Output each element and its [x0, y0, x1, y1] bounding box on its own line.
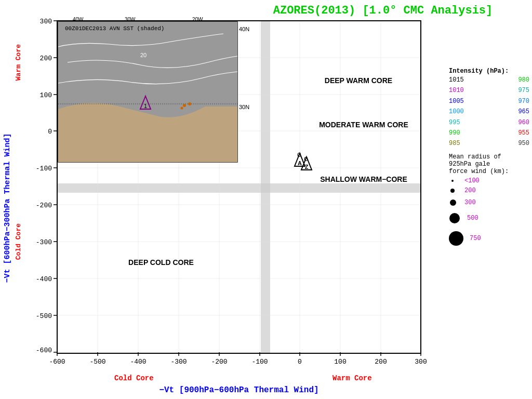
- chart-svg: -600 -500 -400 -300 -200 -100 0 100 200 …: [26, 16, 452, 384]
- svg-text:-300: -300: [170, 358, 187, 366]
- svg-text:200: 200: [375, 358, 387, 366]
- svg-text:20: 20: [140, 52, 147, 58]
- svg-text:o: o: [304, 154, 308, 163]
- dot-row-5: 750: [449, 229, 529, 248]
- x-warm-core-label: Warm Core: [332, 374, 372, 382]
- y-axis-label: −Vt [600hPa−300hPa Thermal Wind]: [1, 42, 14, 374]
- svg-text:300: 300: [40, 18, 52, 25]
- svg-text:-100: -100: [251, 358, 268, 366]
- svg-text:00Z01DEC2013 AVN SST (shaded): 00Z01DEC2013 AVN SST (shaded): [65, 25, 164, 32]
- svg-text:40W: 40W: [73, 17, 84, 22]
- legend-area: Intensity (hPa): 1015980 1010975 1005970…: [449, 68, 529, 251]
- svg-text:-600: -600: [49, 358, 65, 366]
- svg-text:-300: -300: [36, 238, 52, 246]
- dot-row-1: <100: [449, 177, 529, 184]
- svg-text:20W: 20W: [192, 17, 203, 22]
- svg-text:-400: -400: [36, 275, 52, 283]
- svg-point-87: [450, 200, 456, 206]
- svg-text:200: 200: [40, 55, 52, 62]
- svg-point-85: [451, 180, 454, 182]
- svg-point-89: [449, 231, 463, 246]
- x-axis-label: −Vt [900hPa−600hPa Thermal Wind]: [26, 385, 452, 395]
- svg-text:1: 1: [144, 103, 147, 109]
- svg-text:Z: Z: [305, 164, 309, 170]
- main-container: AZORES(2013) [1.0° CMC Analysis] Start (…: [0, 0, 532, 399]
- intensity-title: Intensity (hPa):: [449, 68, 529, 75]
- svg-text:A: A: [298, 160, 302, 166]
- svg-text:100: 100: [40, 91, 52, 99]
- svg-text:40N: 40N: [239, 26, 249, 32]
- legend-row-7: 985950: [449, 138, 529, 149]
- svg-text:-600: -600: [36, 347, 52, 354]
- svg-point-77: [188, 102, 191, 105]
- svg-text:30N: 30N: [239, 104, 249, 110]
- svg-text:30W: 30W: [125, 17, 136, 22]
- x-cold-core-label: Cold Core: [114, 374, 154, 382]
- warm-core-y-label: Warm Core: [15, 44, 22, 81]
- legend-row-3: 1005970: [449, 96, 529, 107]
- svg-text:100: 100: [334, 358, 346, 366]
- svg-text:0: 0: [48, 128, 52, 136]
- legend-row-4: 1000965: [449, 107, 529, 117]
- legend-row-1: 1015980: [449, 75, 529, 85]
- svg-text:MODERATE WARM CORE: MODERATE WARM CORE: [319, 121, 408, 129]
- svg-text:-400: -400: [130, 358, 146, 366]
- dot-legend-title1: Mean radius of: [449, 153, 529, 161]
- dot-legend-title3: force wind (km):: [449, 168, 529, 175]
- svg-point-78: [181, 107, 183, 110]
- svg-text:-100: -100: [36, 165, 52, 172]
- legend-row-6: 990955: [449, 128, 529, 138]
- svg-text:-500: -500: [36, 312, 52, 320]
- dot-row-2: 200: [449, 187, 529, 195]
- dot-row-3: 300: [449, 197, 529, 208]
- dot-row-4: 500: [449, 211, 529, 225]
- svg-text:DEEP COLD CORE: DEEP COLD CORE: [128, 258, 194, 267]
- svg-rect-2: [57, 183, 421, 193]
- svg-text:-200: -200: [36, 202, 52, 209]
- svg-point-88: [449, 213, 460, 223]
- cold-core-y-label: Cold Core: [15, 223, 22, 260]
- svg-point-76: [183, 104, 186, 107]
- svg-text:300: 300: [415, 358, 427, 366]
- svg-text:DEEP WARM CORE: DEEP WARM CORE: [325, 76, 392, 85]
- dot-legend-title2: 925hPa gale: [449, 161, 529, 168]
- svg-text:SHALLOW WARM−CORE: SHALLOW WARM−CORE: [320, 175, 407, 183]
- legend-row-5: 995960: [449, 117, 529, 128]
- legend-row-2: 1010975: [449, 85, 529, 96]
- svg-text:-200: -200: [211, 358, 227, 366]
- svg-point-86: [450, 189, 455, 193]
- svg-text:-500: -500: [89, 358, 105, 366]
- svg-text:0: 0: [298, 358, 302, 366]
- svg-text:o: o: [297, 150, 301, 158]
